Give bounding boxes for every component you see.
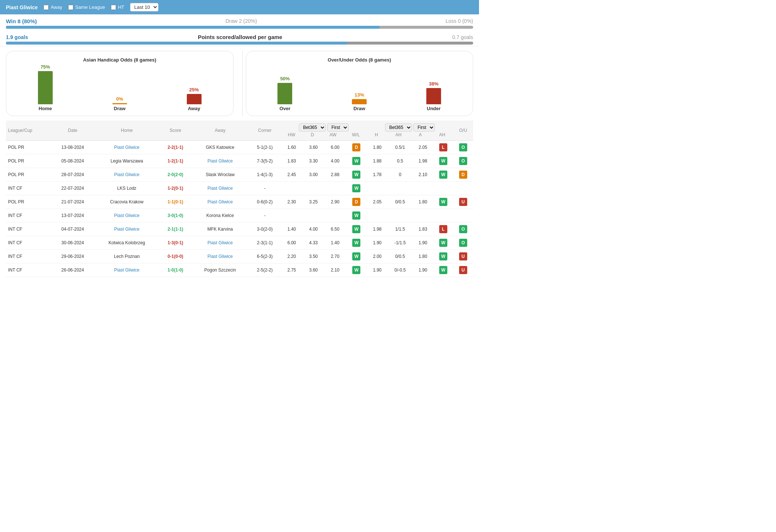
- col-bet365-group-2: Bet365 First H AH A AH: [367, 120, 453, 141]
- goals-header: 1.9 goals Points scored/allowed per game…: [6, 34, 473, 40]
- table-row: INT CF 29-06-2024 Lech Poznan 0-1(0-0) P…: [6, 250, 473, 263]
- bet365-select-2[interactable]: Bet365: [385, 123, 412, 132]
- a-cell: [413, 209, 433, 223]
- d-cell: 3.25: [303, 195, 324, 209]
- league-cell: POL PR: [6, 168, 51, 182]
- col-aw: AW: [329, 132, 336, 137]
- home-team-link[interactable]: Piast Gliwice: [114, 213, 140, 218]
- away-team-link[interactable]: Piast Gliwice: [207, 254, 233, 259]
- a-cell: 1.80: [413, 195, 433, 209]
- away-team-link[interactable]: Piast Gliwice: [207, 186, 233, 191]
- ah-cell: 0.5/1: [388, 141, 413, 154]
- aw-cell: 2.90: [324, 195, 346, 209]
- same-league-checkbox[interactable]: [68, 5, 73, 10]
- d-cell: 4.33: [303, 236, 324, 250]
- home-team-link[interactable]: Piast Gliwice: [114, 172, 140, 177]
- away-checkbox-label[interactable]: Away: [43, 4, 62, 10]
- d-cell: 4.00: [303, 223, 324, 236]
- draw-bar: [112, 103, 127, 104]
- corner-cell: 2-5(2-2): [249, 263, 281, 277]
- wdl-section: Win 8 (80%) Draw 2 (20%) Loss 0 (0%): [0, 14, 479, 30]
- ah-cell: 0/-0.5: [388, 263, 413, 277]
- ht-checkbox-label[interactable]: HT: [111, 4, 124, 10]
- loss-label: Loss 0 (0%): [445, 18, 473, 24]
- home-team-link[interactable]: Piast Gliwice: [114, 145, 140, 150]
- over-bar-item: 50% Over: [277, 76, 292, 111]
- ah2-badge: W: [439, 239, 447, 247]
- league-cell: INT CF: [6, 209, 51, 223]
- home-cell: Piast Gliwice: [94, 223, 160, 236]
- ou-cell: [453, 182, 473, 195]
- wl-badge: D: [352, 143, 360, 151]
- score-value: 1-1(0-1): [168, 199, 183, 204]
- score-cell: 1-2(1-1): [160, 154, 192, 168]
- away-checkbox[interactable]: [43, 5, 49, 10]
- away-cell: MFK Karvina: [191, 223, 249, 236]
- same-league-checkbox-label[interactable]: Same League: [68, 4, 105, 10]
- away-team-link[interactable]: Piast Gliwice: [207, 199, 233, 204]
- first-select-1[interactable]: First: [327, 123, 349, 132]
- away-team: Slask Wroclaw: [206, 172, 234, 177]
- h-cell: [367, 209, 388, 223]
- ah2-badge: L: [439, 225, 447, 233]
- a-cell: 1.80: [413, 250, 433, 263]
- ah2-badge: L: [439, 143, 447, 151]
- league-cell: INT CF: [6, 182, 51, 195]
- corner-cell: 2-3(1-1): [249, 236, 281, 250]
- home-cell: Lech Poznan: [94, 250, 160, 263]
- ou-badge: O: [459, 143, 467, 151]
- ou-draw-bar-label: Draw: [353, 106, 365, 111]
- under-bar-label: Under: [427, 106, 441, 111]
- home-team-link[interactable]: Piast Gliwice: [114, 267, 140, 273]
- ah-cell: [388, 182, 413, 195]
- hw-cell: 2.20: [281, 250, 303, 263]
- ah2-badge: W: [439, 252, 447, 260]
- score-cell: 1-3(0-1): [160, 236, 192, 250]
- away-team-link[interactable]: Piast Gliwice: [207, 240, 233, 245]
- odds-divider: [242, 51, 243, 116]
- bet365-select-1[interactable]: Bet365: [299, 123, 326, 132]
- col-wl: W/L: [352, 132, 360, 137]
- col-a: A: [419, 132, 422, 137]
- date-cell: 30-06-2024: [51, 236, 94, 250]
- asian-handicap-bars: 75% Home 0% Draw 25% Away: [14, 67, 226, 111]
- a-cell: 1.98: [413, 154, 433, 168]
- ou-cell: O: [453, 236, 473, 250]
- h-cell: 2.00: [367, 250, 388, 263]
- col-ah2: AH: [439, 132, 445, 137]
- d-cell: 3.50: [303, 250, 324, 263]
- ah2-badge: W: [439, 266, 447, 274]
- d-cell: [303, 209, 324, 223]
- away-cell: Slask Wroclaw: [191, 168, 249, 182]
- date-cell: 05-08-2024: [51, 154, 94, 168]
- under-bar-item: 38% Under: [426, 81, 441, 111]
- corner-cell: 1-4(1-3): [249, 168, 281, 182]
- ht-checkbox[interactable]: [111, 5, 116, 10]
- home-cell: Legia Warszawa: [94, 154, 160, 168]
- first-select-2[interactable]: First: [413, 123, 435, 132]
- ou-badge: O: [459, 239, 467, 247]
- win-segment: [6, 26, 380, 29]
- wl-badge: W: [352, 239, 360, 247]
- table-row: POL PR 05-08-2024 Legia Warszawa 1-2(1-1…: [6, 154, 473, 168]
- score-cell: 3-0(1-0): [160, 209, 192, 223]
- aw-cell: 6.50: [324, 223, 346, 236]
- away-team: GKS Katowice: [206, 145, 234, 150]
- home-team-link[interactable]: Piast Gliwice: [114, 227, 140, 232]
- ah-cell: [388, 209, 413, 223]
- last10-select[interactable]: Last 10: [130, 3, 158, 11]
- away-bar: [187, 94, 202, 104]
- ou-badge: U: [459, 252, 467, 260]
- score-cell: 1-1(0-1): [160, 195, 192, 209]
- wl-badge: W: [352, 184, 360, 192]
- ah-cell: 0/0.5: [388, 250, 413, 263]
- date-cell: 28-07-2024: [51, 168, 94, 182]
- away-team-link[interactable]: Piast Gliwice: [207, 158, 233, 164]
- home-cell: Piast Gliwice: [94, 209, 160, 223]
- aw-cell: 4.00: [324, 154, 346, 168]
- a-cell: 1.90: [413, 263, 433, 277]
- away-team: Pogon Szczecin: [204, 267, 236, 273]
- away-cell: Piast Gliwice: [191, 250, 249, 263]
- home-bar-item: 75% Home: [38, 64, 53, 111]
- date-cell: 26-06-2024: [51, 263, 94, 277]
